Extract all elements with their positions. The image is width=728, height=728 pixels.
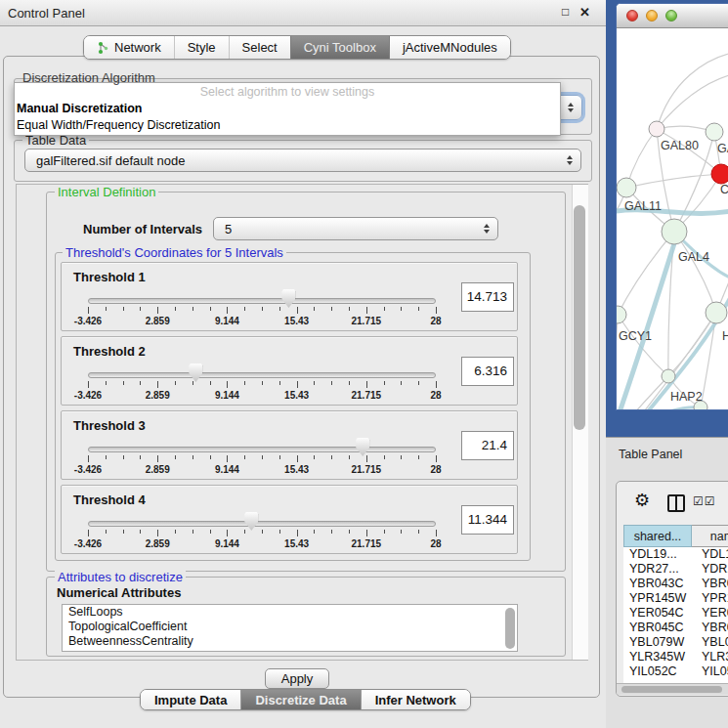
tick-mark — [279, 307, 280, 311]
tick-label: 2.859 — [146, 464, 170, 475]
node-hap2[interactable] — [662, 369, 675, 383]
popup-option-equal-width-frequency[interactable]: Equal Width/Frequency Discretization — [15, 117, 560, 134]
tick-mark — [279, 455, 280, 459]
node-gal4[interactable] — [662, 219, 687, 244]
table-row[interactable]: YIL052CYIL052C — [623, 664, 728, 679]
tick-mark — [123, 530, 124, 534]
network-view-window[interactable]: GAL80 GA GAL11 C GAL4 GCY1 H HAP2 — [616, 3, 728, 410]
minimize-traffic-light-icon[interactable] — [646, 10, 658, 21]
numerical-attributes-label: Numerical Attributes — [57, 585, 181, 600]
horizontal-scrollbar-thumb[interactable] — [621, 686, 722, 693]
node-h[interactable] — [706, 302, 727, 323]
tick-mark — [123, 307, 124, 311]
threshold-4-slider-thumb[interactable] — [244, 512, 258, 531]
threshold-4-value-field[interactable]: 11.344 — [461, 505, 514, 535]
tick-label: 15.43 — [284, 538, 309, 549]
tick-label: 28 — [430, 316, 441, 326]
tick-mark — [210, 530, 211, 534]
tick-label: 21.715 — [352, 464, 382, 475]
list-item[interactable]: BetweennessCentrality — [63, 634, 517, 649]
list-item[interactable]: TopologicalCoefficient — [63, 620, 517, 634]
network-canvas[interactable]: GAL80 GA GAL11 C GAL4 GCY1 H HAP2 — [617, 28, 728, 409]
table-cell: YBL079W — [692, 635, 728, 650]
tick-mark — [106, 530, 107, 534]
table-row[interactable]: YBL079WYBL079W — [623, 635, 728, 650]
threshold-1-slider-track[interactable] — [88, 298, 436, 304]
vertical-scrollbar-thumb[interactable] — [574, 205, 585, 430]
network-window-titlebar[interactable] — [617, 4, 728, 28]
popup-option-manual-discretization[interactable]: Manual Discretization — [15, 101, 560, 117]
threshold-4-slider-track[interactable] — [88, 521, 436, 527]
table-row[interactable]: YLR345WYLR345W — [623, 650, 728, 664]
tick-mark — [227, 455, 228, 462]
table-row[interactable]: YER054CYER054C — [623, 606, 728, 621]
tab-network[interactable]: Network — [84, 36, 174, 59]
tick-label: 21.715 — [352, 316, 382, 326]
threshold-3-slider-thumb[interactable] — [356, 438, 369, 456]
threshold-1-value-field[interactable]: 14.713 — [461, 282, 514, 312]
checkbox-icons[interactable]: ☑☑ — [693, 494, 716, 508]
tab-jactivemnodules[interactable]: jActiveMNodules — [389, 36, 510, 59]
table-row[interactable]: YBR043CYBR043C — [623, 577, 728, 591]
table-cell: YDL19... — [623, 547, 692, 562]
tick-mark — [279, 381, 280, 385]
close-icon[interactable]: ✕ — [579, 5, 590, 20]
tab-infer-network[interactable]: Infer Network — [361, 690, 470, 709]
tab-discretize-data[interactable]: Discretize Data — [240, 690, 360, 709]
threshold-label: Threshold 4 — [73, 492, 146, 507]
threshold-2-slider-thumb[interactable] — [189, 364, 202, 382]
table-panel-box: ⚙ ☑☑ shared... name YDL19...YDL19...YDR2… — [616, 481, 728, 697]
tick-mark — [349, 381, 350, 385]
node-selected-red[interactable] — [711, 164, 728, 184]
horizontal-scrollbar[interactable] — [617, 683, 728, 695]
tick-mark — [418, 530, 419, 534]
bottom-tabbar: Impute Data Discretize Data Infer Networ… — [140, 689, 471, 710]
list-scrollbar-thumb[interactable] — [505, 608, 515, 649]
table-row[interactable]: YDL19...YDL19... — [623, 547, 728, 562]
gear-icon[interactable]: ⚙ — [634, 490, 650, 511]
number-of-intervals-combobox[interactable]: 5 — [213, 217, 498, 240]
tab-label: jActiveMNodules — [403, 40, 497, 55]
apply-button[interactable]: Apply — [265, 668, 329, 689]
tick-mark — [193, 307, 193, 311]
column-header-name[interactable]: name — [692, 525, 728, 547]
zoom-traffic-light-icon[interactable] — [665, 10, 677, 21]
node-ga[interactable] — [706, 123, 723, 141]
table-row[interactable]: YPR145WYPR145W — [623, 591, 728, 606]
threshold-2-slider-track[interactable] — [88, 372, 436, 378]
node-gal11[interactable] — [617, 178, 636, 197]
group-title: Threshold's Coordinates for 5 Intervals — [63, 245, 286, 260]
list-item[interactable]: SelfLoops — [63, 605, 517, 620]
popup-hint: Select algorithm to view settings — [15, 83, 560, 101]
threshold-3-slider-track[interactable] — [88, 447, 436, 452]
table-row[interactable]: YBR045CYBR045C — [623, 621, 728, 635]
table-cell: YBR045C — [623, 621, 692, 635]
tab-impute-data[interactable]: Impute Data — [141, 690, 240, 709]
combo-value: galFiltered.sif default node — [36, 150, 185, 172]
tick-label: 21.715 — [352, 390, 382, 401]
tick-mark — [418, 381, 419, 385]
close-traffic-light-icon[interactable] — [626, 10, 638, 21]
tick-label: 28 — [430, 390, 441, 401]
node-gcy1[interactable] — [617, 306, 626, 323]
table-cell: YDR27... — [623, 562, 692, 577]
table-data-combobox[interactable]: galFiltered.sif default node — [24, 149, 581, 172]
tick-mark — [401, 455, 402, 459]
node-gal80[interactable] — [649, 121, 664, 137]
tick-mark — [349, 455, 350, 459]
tick-label: -3.426 — [74, 316, 102, 326]
threshold-2-value-field[interactable]: 6.316 — [461, 357, 514, 386]
tab-label: Select — [242, 40, 278, 55]
float-window-icon[interactable]: □ — [562, 5, 569, 19]
slider-tick-labels: -3.4262.8599.14415.4321.71528 — [88, 464, 436, 476]
tab-style[interactable]: Style — [174, 36, 229, 59]
node-label-hap2: HAP2 — [670, 390, 703, 404]
threshold-3-value-field[interactable]: 21.4 — [461, 431, 514, 460]
column-header-shared-name[interactable]: shared... — [623, 525, 692, 547]
table-row[interactable]: YDR27...YDR27... — [623, 562, 728, 577]
tab-cyni-toolbox[interactable]: Cyni Toolbox — [290, 36, 389, 59]
tab-select[interactable]: Select — [229, 36, 290, 59]
split-columns-icon[interactable] — [667, 494, 685, 512]
threshold-1-slider-thumb[interactable] — [281, 289, 295, 308]
threshold-4-row: Threshold 4 -3.4262.8599.14415.4321.7152… — [61, 485, 518, 554]
